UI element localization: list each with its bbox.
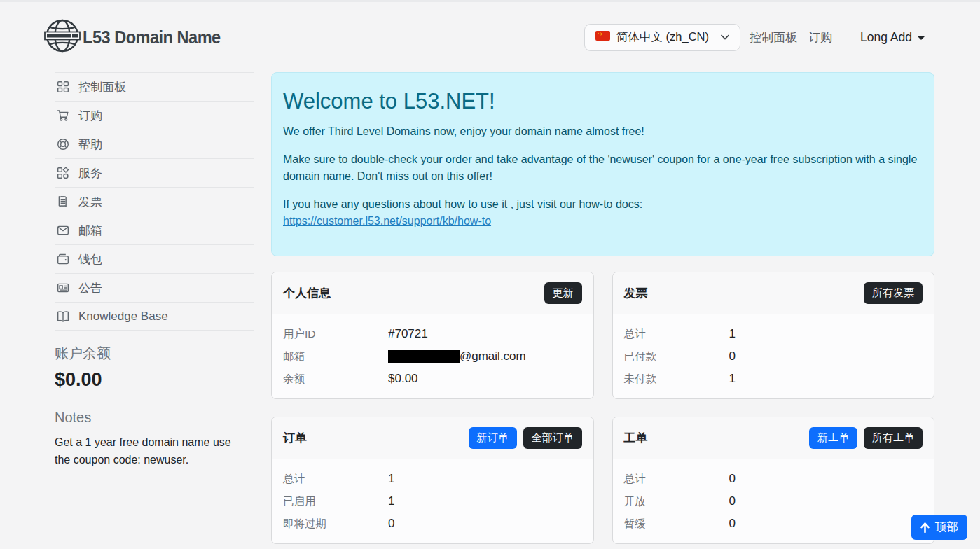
invoices-card-title: 发票 [624, 285, 648, 301]
notes-section: Notes Get a 1 year free domain name use … [55, 410, 254, 469]
sidebar-item-services[interactable]: 服务 [55, 158, 254, 187]
new-order-button[interactable]: 新订单 [469, 427, 517, 449]
tickets-card-title: 工单 [624, 430, 648, 446]
arrow-up-icon [920, 522, 930, 533]
update-profile-button[interactable]: 更新 [544, 282, 582, 304]
back-to-top-button[interactable]: 顶部 [911, 515, 967, 540]
sidebar-item-order[interactable]: 订购 [55, 101, 254, 130]
sidebar-item-label: 邮箱 [78, 223, 102, 239]
china-flag-icon [595, 31, 610, 43]
sidebar-item-label: Knowledge Base [78, 310, 168, 324]
tickets-row-on-hold: 暂缓 0 [624, 515, 923, 532]
all-orders-button[interactable]: 全部订单 [523, 427, 582, 449]
sidebar-item-label: 公告 [78, 280, 102, 296]
orders-row-active: 已启用 1 [283, 493, 582, 510]
language-selector-label: 简体中文 (zh_CN) [616, 29, 709, 45]
sidebar-item-label: 订购 [78, 108, 102, 124]
header-right: 简体中文 (zh_CN) 控制面板 订购 Long Add [584, 24, 925, 51]
dashboard-cards: 个人信息 更新 用户ID #70721 邮箱 @gmail.com [271, 272, 934, 544]
email-domain: @gmail.com [460, 349, 526, 363]
globe-logo-icon [44, 18, 81, 57]
sidebar: 控制面板 订购 帮助 [55, 72, 254, 544]
header-nav: 控制面板 订购 [750, 29, 832, 46]
life-preserver-icon [56, 138, 69, 151]
redacted-email-box [388, 350, 460, 363]
welcome-line-3: If you have any questions about how to u… [283, 196, 923, 230]
nav-order-link[interactable]: 订购 [808, 29, 832, 46]
new-ticket-button[interactable]: 新工单 [809, 427, 857, 449]
tickets-card-header: 工单 新工单 所有工单 [613, 417, 934, 459]
sidebar-item-label: 控制面板 [78, 79, 126, 95]
sidebar-item-label: 钱包 [78, 251, 102, 267]
invoices-row-total: 总计 1 [624, 326, 923, 342]
receipt-icon [56, 195, 69, 209]
sidebar-item-announcements[interactable]: 公告 [55, 273, 254, 302]
invoices-card-body: 总计 1 已付款 0 未付款 1 [613, 314, 934, 398]
profile-row-email: 邮箱 @gmail.com [283, 348, 582, 365]
profile-card-body: 用户ID #70721 邮箱 @gmail.com 余额 $0.00 [272, 314, 593, 398]
tickets-card: 工单 新工单 所有工单 总计 0 开放 0 [612, 417, 935, 544]
orders-row-expiring: 即将过期 0 [283, 515, 582, 532]
user-menu-label: Long Add [860, 30, 912, 45]
profile-row-balance: 余额 $0.00 [283, 370, 582, 387]
caret-down-icon [918, 36, 925, 40]
sidebar-item-help[interactable]: 帮助 [55, 130, 254, 158]
sidebar-item-label: 发票 [78, 194, 102, 210]
welcome-line-2: Make sure to double-check your order and… [283, 151, 923, 185]
chevron-down-icon [721, 34, 729, 40]
sidebar-item-knowledge-base[interactable]: Knowledge Base [55, 302, 254, 331]
user-menu[interactable]: Long Add [860, 30, 925, 45]
main-content: Welcome to L53.NET! We offer Third Level… [271, 72, 934, 544]
tickets-row-total: 总计 0 [624, 471, 923, 487]
wallet-icon [56, 253, 69, 266]
welcome-title: Welcome to L53.NET! [283, 89, 923, 114]
sidebar-item-control-panel[interactable]: 控制面板 [55, 72, 254, 101]
orders-card-body: 总计 1 已启用 1 即将过期 0 [272, 459, 593, 543]
notes-title: Notes [55, 410, 254, 426]
welcome-banner: Welcome to L53.NET! We offer Third Level… [271, 72, 934, 256]
account-balance-section: 账户余额 $0.00 [55, 344, 254, 391]
logo-wordmark: L53 Domain Name [83, 27, 221, 48]
notes-text: Get a 1 year free domain name use the co… [55, 434, 238, 469]
profile-row-user-id: 用户ID #70721 [283, 326, 582, 342]
invoices-card-header: 发票 所有发票 [613, 272, 934, 314]
language-selector[interactable]: 简体中文 (zh_CN) [584, 24, 740, 51]
invoices-row-paid: 已付款 0 [624, 348, 923, 365]
tickets-card-body: 总计 0 开放 0 暂缓 0 [613, 459, 934, 543]
tickets-row-open: 开放 0 [624, 493, 923, 510]
profile-card-header: 个人信息 更新 [272, 272, 593, 314]
orders-card-header: 订单 新订单 全部订单 [272, 417, 593, 459]
orders-card: 订单 新订单 全部订单 总计 1 已启用 1 [271, 417, 594, 544]
orders-card-title: 订单 [283, 430, 307, 446]
profile-card: 个人信息 更新 用户ID #70721 邮箱 @gmail.com [271, 272, 594, 399]
grid-icon [56, 81, 69, 94]
book-icon [56, 310, 69, 323]
sidebar-item-wallet[interactable]: 钱包 [55, 244, 254, 273]
sidebar-item-label: 服务 [78, 165, 102, 181]
shapes-icon [56, 167, 69, 180]
page-layout: 控制面板 订购 帮助 [0, 72, 980, 544]
header: L53 Domain Name 简体中文 (zh_CN) 控制面板 订购 [0, 2, 980, 72]
all-tickets-button[interactable]: 所有工单 [864, 427, 923, 449]
site-logo[interactable]: L53 Domain Name [44, 18, 229, 57]
profile-card-title: 个人信息 [283, 285, 331, 301]
account-balance-title: 账户余额 [55, 344, 254, 363]
newspaper-icon [56, 282, 69, 295]
invoices-row-unpaid: 未付款 1 [624, 370, 923, 387]
envelope-icon [56, 224, 69, 237]
invoices-card: 发票 所有发票 总计 1 已付款 0 未付款 1 [612, 272, 935, 399]
back-to-top-label: 顶部 [935, 520, 958, 535]
sidebar-item-label: 帮助 [78, 137, 102, 153]
sidebar-item-invoices[interactable]: 发票 [55, 187, 254, 216]
how-to-docs-link[interactable]: https://customer.l53.net/support/kb/how-… [283, 215, 491, 227]
nav-control-panel-link[interactable]: 控制面板 [750, 29, 797, 46]
orders-row-total: 总计 1 [283, 471, 582, 487]
account-balance-amount: $0.00 [55, 369, 254, 391]
all-invoices-button[interactable]: 所有发票 [864, 282, 923, 304]
welcome-line-1: We offer Third Level Domains now, enjoy … [283, 123, 923, 140]
sidebar-item-mailbox[interactable]: 邮箱 [55, 216, 254, 244]
sidebar-menu: 控制面板 订购 帮助 [55, 72, 254, 331]
cart-icon [56, 109, 69, 123]
